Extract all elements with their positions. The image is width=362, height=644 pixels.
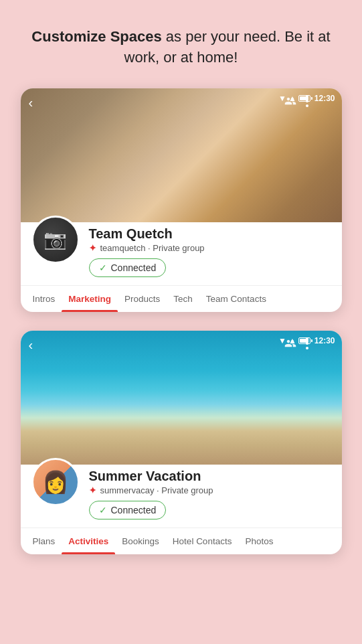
tabs-bar: PlansActivitiesBookingsHotel ContactsPho… [21,528,342,554]
group-meta: ✦teamquetch · Private group [89,243,331,253]
check-icon: ✓ [99,505,107,515]
signal-icon: ▲ [288,94,296,103]
status-bar: ▼ ▲ 12:30 [278,94,335,103]
back-button[interactable]: ‹ [29,95,33,110]
headline-bold: Customize Spaces [31,28,161,45]
profile-info: Summer Vacation✦summervacay · Private gr… [89,465,331,519]
battery-icon [298,95,310,102]
tab-bookings[interactable]: Bookings [115,528,166,554]
tab-photos[interactable]: Photos [238,528,280,554]
profile-section: Team Quetch✦teamquetch · Private group✓C… [21,222,342,285]
check-icon: ✓ [99,262,107,273]
card-header-bg: ‹ ▼ ▲ 12:30 [21,88,342,222]
signal-icon: ▲ [288,336,296,345]
profile-info: Team Quetch✦teamquetch · Private group✓C… [89,222,331,277]
connected-label: Connected [111,262,157,273]
avatar [31,216,80,264]
headline-text: Customize Spaces as per your need. Be it… [13,27,349,68]
connected-button[interactable]: ✓Connected [89,501,167,519]
card-team-quetch-card: ‹ ▼ ▲ 12:30 Team Quetch✦teamquetch · Pri… [21,88,342,312]
wifi-icon: ▼ [278,94,286,103]
battery-icon [298,337,310,344]
avatar-wrapper [31,216,80,264]
avatar [31,458,80,506]
tab-team-contacts[interactable]: Team Contacts [199,286,273,312]
avatar-wrapper [31,458,80,506]
back-button[interactable]: ‹ [29,337,33,353]
wifi-icon: ▼ [278,336,286,345]
svg-point-5 [306,347,308,349]
tab-products[interactable]: Products [118,286,167,312]
group-name: Summer Vacation [89,469,331,484]
group-handle: teamquetch · Private group [100,243,205,253]
card-summer-vacation-card: ‹ ▼ ▲ 12:30 Summer Vacation✦summervacay … [21,331,342,554]
tab-hotel-contacts[interactable]: Hotel Contacts [166,528,239,554]
group-handle: summervacay · Private group [100,485,213,495]
connected-button[interactable]: ✓Connected [89,258,167,277]
tab-intros[interactable]: Intros [26,286,62,312]
svg-point-2 [306,104,308,107]
status-time: 12:30 [314,336,335,345]
profile-section: Summer Vacation✦summervacay · Private gr… [21,465,342,528]
card-header-bg: ‹ ▼ ▲ 12:30 [21,331,342,465]
tab-tech[interactable]: Tech [167,286,199,312]
group-meta: ✦summervacay · Private group [89,485,331,495]
tab-plans[interactable]: Plans [26,528,62,554]
group-name: Team Quetch [89,226,331,242]
status-bar: ▼ ▲ 12:30 [278,336,335,345]
connected-label: Connected [111,505,157,515]
tab-activities[interactable]: Activities [62,528,115,554]
tab-marketing[interactable]: Marketing [62,286,118,312]
hashtag-icon: ✦ [89,243,96,253]
status-time: 12:30 [314,94,335,103]
hashtag-icon: ✦ [89,485,96,495]
tabs-bar: IntrosMarketingProductsTechTeam Contacts [21,285,342,312]
